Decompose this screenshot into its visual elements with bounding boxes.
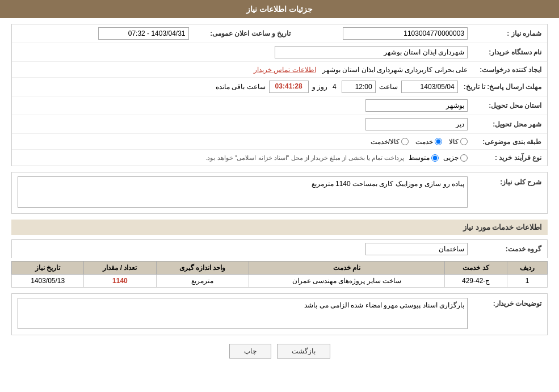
row-service-group: گروه خدمت: bbox=[11, 239, 548, 258]
service-group-label: گروه خدمت: bbox=[470, 244, 544, 254]
row-buyer-notes: توضیحات خریدار: بارگزاری اسناد پیوستی مه… bbox=[12, 294, 547, 335]
td-quantity: 1140 bbox=[84, 275, 156, 288]
purchase-motavasset-item: متوسط bbox=[409, 154, 439, 162]
response-days-label: روز و bbox=[312, 83, 327, 91]
purchase-motavasset-label: متوسط bbox=[409, 154, 430, 162]
bottom-buttons: بازگشت چاپ bbox=[11, 344, 548, 359]
th-unit: واحد اندازه گیری bbox=[156, 262, 249, 275]
td-service-code: ج-42-429 bbox=[445, 275, 507, 288]
page-title: جزئیات اطلاعات نیاز bbox=[0, 0, 559, 18]
requester-org-label: نام دستگاه خریدار: bbox=[470, 47, 544, 57]
description-section: شرح کلی نیاز: پیاده رو سازی و موزاییک کا… bbox=[11, 172, 548, 214]
buyer-notes-section: توضیحات خریدار: بارگزاری اسناد پیوستی مه… bbox=[11, 293, 548, 335]
page-title-text: جزئیات اطلاعات نیاز bbox=[246, 5, 313, 14]
row-province: استان محل تحویل: bbox=[12, 96, 547, 115]
category-kala-khedmat-item: کالا/خدمت bbox=[371, 138, 409, 146]
response-remaining-label: ساعت باقی مانده bbox=[216, 83, 266, 91]
city-input[interactable] bbox=[365, 118, 468, 130]
purchase-type-value-cell: جزیی متوسط پرداخت تمام یا بخشی از مبلغ خ… bbox=[15, 153, 470, 163]
print-button[interactable]: چاپ bbox=[229, 344, 271, 359]
response-date-label: مهلت ارسال پاسخ: تا تاریخ: bbox=[461, 82, 544, 92]
row-city: شهر محل تحویل: bbox=[12, 115, 547, 134]
description-textarea[interactable]: پیاده رو سازی و موزاییک کاری بمساحت 1140… bbox=[18, 176, 468, 208]
category-label: طبقه بندی موضوعی: bbox=[470, 137, 544, 147]
creator-link[interactable]: اطلاعات تماس خریدار bbox=[254, 66, 316, 74]
buyer-notes-textarea[interactable]: بارگزاری اسناد پیوستی مهرو امضاء شده الز… bbox=[18, 298, 468, 329]
announce-date-value-cell bbox=[15, 26, 192, 41]
back-button[interactable]: بازگشت bbox=[277, 344, 330, 359]
buyer-notes-label: توضیحات خریدار: bbox=[470, 297, 544, 309]
purchase-jozii-radio[interactable] bbox=[460, 154, 468, 162]
category-khedmat-item: خدمت bbox=[415, 138, 442, 146]
category-khedmat-radio[interactable] bbox=[435, 138, 442, 145]
row-need-number: شماره نیاز : تاریخ و ساعت اعلان عمومی: bbox=[12, 24, 547, 43]
row-requester-org: نام دستگاه خریدار: bbox=[12, 43, 547, 62]
purchase-jozii-item: جزیی bbox=[443, 154, 468, 162]
th-service-code: کد خدمت bbox=[445, 262, 507, 275]
need-number-input[interactable] bbox=[343, 27, 468, 40]
th-quantity: تعداد / مقدار bbox=[84, 262, 156, 275]
purchase-jozii-label: جزیی bbox=[443, 154, 459, 162]
td-service-name: ساخت سایر پروژه‌های مهندسی عمران bbox=[249, 275, 445, 288]
category-kala-item: کالا bbox=[449, 138, 468, 146]
th-date: تاریخ نیاز bbox=[12, 262, 84, 275]
category-kala-radio[interactable] bbox=[460, 138, 468, 145]
province-label: استان محل تحویل: bbox=[470, 100, 544, 111]
buyer-notes-value-cell: بارگزاری اسناد پیوستی مهرو امضاء شده الز… bbox=[15, 297, 470, 332]
response-date-input[interactable] bbox=[401, 81, 458, 93]
row-category: طبقه بندی موضوعی: کالا خدمت bbox=[12, 134, 547, 150]
td-unit: مترمربع bbox=[156, 275, 249, 288]
city-label: شهر محل تحویل: bbox=[470, 119, 544, 129]
services-section: اطلاعات خدمات مورد نیاز گروه خدمت: ردیف … bbox=[11, 220, 548, 288]
main-form-section: شماره نیاز : تاریخ و ساعت اعلان عمومی: ن… bbox=[11, 24, 548, 166]
response-days-value: 4 bbox=[331, 83, 338, 91]
response-time-label: ساعت bbox=[379, 83, 398, 91]
creator-value: علی بحرانی کاربرداری شهرداری ایذان استان… bbox=[318, 66, 468, 74]
table-row: 1 ج-42-429 ساخت سایر پروژه‌های مهندسی عم… bbox=[12, 275, 548, 288]
service-group-input[interactable] bbox=[365, 243, 468, 255]
category-kala-khedmat-label: کالا/خدمت bbox=[371, 138, 400, 146]
creator-value-cell: علی بحرانی کاربرداری شهرداری ایذان استان… bbox=[15, 65, 470, 75]
page-wrapper: جزئیات اطلاعات نیاز شماره نیاز : تاریخ و… bbox=[0, 0, 559, 392]
row-description: شرح کلی نیاز: پیاده رو سازی و موزاییک کا… bbox=[12, 172, 547, 213]
requester-org-value-cell bbox=[15, 45, 470, 60]
service-table: ردیف کد خدمت نام خدمت واحد اندازه گیری ت… bbox=[11, 261, 548, 288]
row-purchase-type: نوع فرآیند خرید : جزیی متوسط پرداخت تمام… bbox=[12, 150, 547, 166]
announce-date-input[interactable] bbox=[98, 27, 189, 40]
response-date-value-cell: ساعت 4 روز و 03:41:28 ساعت باقی مانده bbox=[15, 79, 461, 94]
th-service-name: نام خدمت bbox=[249, 262, 445, 275]
table-header-row: ردیف کد خدمت نام خدمت واحد اندازه گیری ت… bbox=[12, 262, 548, 275]
requester-org-input[interactable] bbox=[275, 46, 468, 58]
province-value-cell bbox=[15, 98, 470, 113]
category-khedmat-label: خدمت bbox=[415, 138, 433, 146]
response-remaining-timer: 03:41:28 bbox=[269, 81, 309, 93]
need-number-value-cell bbox=[294, 26, 471, 41]
province-input[interactable] bbox=[365, 99, 468, 112]
response-time-input[interactable] bbox=[342, 81, 376, 93]
services-title: اطلاعات خدمات مورد نیاز bbox=[11, 220, 548, 235]
td-row-num: 1 bbox=[507, 275, 547, 288]
content-area: شماره نیاز : تاریخ و ساعت اعلان عمومی: ن… bbox=[0, 18, 559, 373]
th-row-num: ردیف bbox=[507, 262, 547, 275]
description-label: شرح کلی نیاز: bbox=[470, 175, 544, 187]
purchase-type-label: نوع فرآیند خرید : bbox=[470, 153, 544, 163]
row-creator: ایجاد کننده درخواست: علی بحرانی کاربردار… bbox=[12, 62, 547, 78]
purchase-motavasset-radio[interactable] bbox=[431, 154, 439, 162]
need-number-label: شماره نیاز : bbox=[470, 28, 544, 39]
category-value-cell: کالا خدمت کالا/خدمت bbox=[15, 137, 470, 147]
announce-date-label: تاریخ و ساعت اعلان عمومی: bbox=[192, 28, 294, 39]
row-response-date: مهلت ارسال پاسخ: تا تاریخ: ساعت 4 روز و … bbox=[12, 78, 547, 96]
category-kala-label: کالا bbox=[449, 138, 459, 146]
description-value-cell: پیاده رو سازی و موزاییک کاری بمساحت 1140… bbox=[15, 175, 470, 210]
city-value-cell bbox=[15, 117, 470, 132]
td-date: 1403/05/13 bbox=[12, 275, 84, 288]
purchase-type-note: پرداخت تمام یا بخشی از مبلغ خریدار از مح… bbox=[205, 154, 404, 162]
category-radio-group: کالا خدمت کالا/خدمت bbox=[18, 138, 468, 146]
creator-label: ایجاد کننده درخواست: bbox=[470, 65, 544, 75]
category-kala-khedmat-radio[interactable] bbox=[401, 138, 409, 145]
service-group-value-cell bbox=[15, 242, 470, 256]
